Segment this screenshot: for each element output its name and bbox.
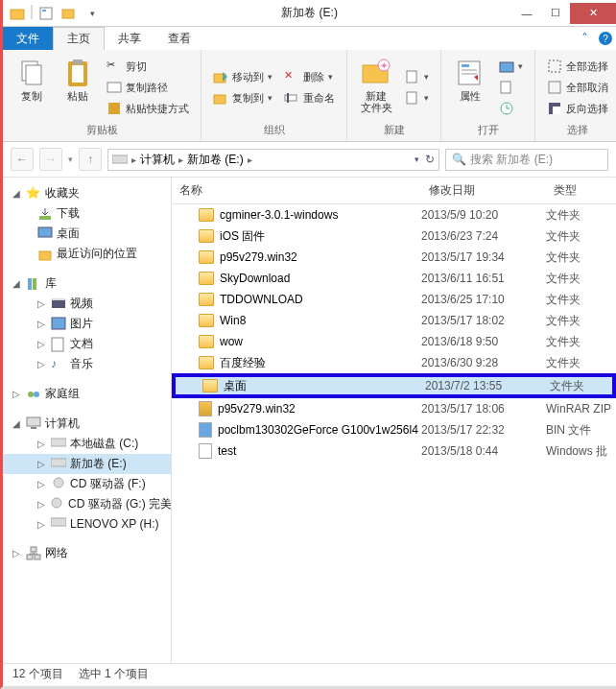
file-row[interactable]: cgminer-3.0.1-windows2013/5/9 10:20文件夹: [172, 204, 616, 226]
chevron-down-icon[interactable]: ◢: [12, 188, 22, 199]
forward-button[interactable]: →: [39, 148, 62, 171]
chevron-right-icon[interactable]: ▷: [37, 359, 47, 369]
status-item-count: 12 个项目: [12, 666, 63, 682]
file-row[interactable]: 桌面2013/7/2 13:55文件夹: [172, 373, 616, 398]
nav-network[interactable]: ▷网络: [3, 543, 171, 563]
nav-item-drive-h[interactable]: ▷LENOVO XP (H:): [3, 514, 171, 534]
delete-button[interactable]: ✕删除 ▾: [280, 67, 339, 86]
file-row[interactable]: wow2013/6/18 9:50文件夹: [172, 331, 616, 352]
breadcrumb-crumb[interactable]: 新加卷 (E:): [187, 152, 244, 168]
tab-view[interactable]: 查看: [154, 27, 204, 50]
nav-item-drive-c[interactable]: ▷本地磁盘 (C:): [3, 434, 171, 454]
qat-newfolder-icon[interactable]: [59, 3, 80, 24]
chevron-right-icon[interactable]: ▷: [37, 499, 45, 510]
copy-to-button[interactable]: 复制到 ▾: [209, 88, 276, 107]
nav-item-videos[interactable]: ▷视频: [3, 294, 171, 314]
chevron-down-icon[interactable]: ◢: [12, 418, 22, 429]
chevron-right-icon[interactable]: ▷: [37, 479, 47, 489]
new-item-button[interactable]: ▾: [401, 67, 433, 86]
column-name[interactable]: 名称: [172, 178, 421, 203]
chevron-right-icon[interactable]: ▷: [37, 519, 47, 530]
nav-item-desktop[interactable]: 桌面: [3, 224, 171, 244]
address-dropdown-icon[interactable]: ▾: [415, 154, 419, 164]
file-row[interactable]: 百度经验2013/6/30 9:28文件夹: [172, 352, 616, 373]
chevron-right-icon[interactable]: ▸: [130, 154, 138, 165]
nav-item-drive-g[interactable]: ▷CD 驱动器 (G:) 完美: [3, 494, 171, 514]
chevron-right-icon[interactable]: ▷: [37, 439, 47, 449]
invert-selection-button[interactable]: 反向选择: [543, 99, 612, 118]
nav-item-pictures[interactable]: ▷图片: [3, 314, 171, 334]
ribbon-collapse-icon[interactable]: ˄: [574, 27, 595, 50]
new-folder-button[interactable]: ✦ 新建 文件夹: [355, 54, 397, 121]
search-input[interactable]: 🔍 搜索 新加卷 (E:): [445, 149, 608, 171]
copy-path-button[interactable]: 复制路径: [103, 78, 193, 97]
file-row[interactable]: test2013/5/18 0:44Windows 批: [172, 440, 616, 462]
chevron-right-icon[interactable]: ▷: [37, 339, 47, 349]
close-button[interactable]: ✕: [570, 3, 616, 24]
qat-dropdown-icon[interactable]: ▾: [82, 3, 103, 24]
window-title: 新加卷 (E:): [107, 5, 512, 21]
history-button[interactable]: [495, 99, 527, 118]
navigation-pane[interactable]: ◢⭐收藏夹 下载 桌面 最近访问的位置 ◢库 ▷视频 ▷图片 ▷文档 ▷♪音乐 …: [3, 178, 172, 663]
copy-button[interactable]: 复制: [11, 54, 53, 121]
paste-button[interactable]: 粘贴: [57, 54, 99, 121]
chevron-down-icon[interactable]: ◢: [12, 278, 22, 289]
file-row[interactable]: SkyDownload2013/6/11 16:51文件夹: [172, 268, 616, 289]
file-row[interactable]: TDDOWNLOAD2013/6/25 17:10文件夹: [172, 289, 616, 310]
column-date[interactable]: 修改日期: [421, 178, 546, 203]
cut-button[interactable]: ✂剪切: [103, 57, 193, 76]
svg-rect-40: [52, 338, 63, 351]
file-row[interactable]: poclbm130302GeForce G100v1w256l42013/5/1…: [172, 419, 616, 440]
new-item-icon: [405, 69, 420, 84]
properties-button[interactable]: 属性: [449, 54, 491, 121]
nav-homegroup[interactable]: ▷家庭组: [3, 384, 171, 404]
file-name: p95v279.win32: [218, 402, 296, 416]
select-none-button[interactable]: 全部取消: [543, 78, 612, 97]
nav-item-drive-e[interactable]: ▷新加卷 (E:): [3, 454, 171, 474]
chevron-right-icon[interactable]: ▷: [12, 548, 22, 558]
tab-share[interactable]: 共享: [105, 27, 154, 50]
refresh-icon[interactable]: ↻: [425, 153, 435, 166]
nav-favorites[interactable]: ◢⭐收藏夹: [3, 183, 171, 203]
chevron-right-icon[interactable]: ▷: [37, 298, 47, 309]
file-list[interactable]: 名称 修改日期 类型 cgminer-3.0.1-windows2013/5/9…: [172, 178, 616, 663]
file-row[interactable]: iOS 固件2013/6/23 7:24文件夹: [172, 226, 616, 247]
easy-access-button[interactable]: ▾: [401, 88, 433, 107]
column-type[interactable]: 类型: [546, 178, 616, 203]
edit-button[interactable]: [495, 78, 527, 97]
chevron-right-icon[interactable]: ▷: [12, 389, 22, 399]
breadcrumb-crumb[interactable]: 计算机: [140, 152, 175, 168]
drive-icon: [51, 457, 66, 472]
tab-home[interactable]: 主页: [53, 27, 105, 50]
nav-libraries[interactable]: ◢库: [3, 273, 171, 294]
file-row[interactable]: p95v279.win322013/5/17 19:34文件夹: [172, 247, 616, 268]
file-row[interactable]: Win82013/5/17 18:02文件夹: [172, 310, 616, 331]
paste-shortcut-button[interactable]: 粘贴快捷方式: [103, 99, 193, 118]
move-to-button[interactable]: 移动到 ▾: [209, 67, 276, 86]
nav-item-drive-f[interactable]: ▷CD 驱动器 (F:): [3, 474, 171, 494]
help-icon[interactable]: ?: [595, 27, 616, 50]
nav-item-recent[interactable]: 最近访问的位置: [3, 244, 171, 264]
nav-item-downloads[interactable]: 下载: [3, 203, 171, 224]
select-all-button[interactable]: 全部选择: [543, 57, 612, 76]
maximize-button[interactable]: ☐: [541, 3, 570, 24]
chevron-right-icon[interactable]: ▸: [246, 154, 254, 165]
file-row[interactable]: p95v279.win322013/5/17 18:06WinRAR ZIP: [172, 398, 616, 419]
chevron-right-icon[interactable]: ▷: [37, 319, 47, 329]
back-button[interactable]: ←: [11, 148, 34, 171]
breadcrumb[interactable]: ▸ 计算机 ▸ 新加卷 (E:) ▸ ▾ ↻: [107, 149, 439, 171]
open-button[interactable]: ▾: [495, 57, 527, 76]
chevron-right-icon[interactable]: ▷: [37, 459, 47, 469]
nav-item-documents[interactable]: ▷文档: [3, 334, 171, 354]
rename-button[interactable]: 重命名: [280, 88, 339, 107]
folder-icon: [199, 272, 214, 285]
nav-item-music[interactable]: ▷♪音乐: [3, 354, 171, 374]
nav-computer[interactable]: ◢计算机: [3, 414, 171, 434]
up-button[interactable]: ↑: [79, 148, 102, 171]
qat-properties-icon[interactable]: [36, 3, 57, 24]
recent-dropdown-icon[interactable]: ▾: [68, 154, 73, 164]
chevron-right-icon[interactable]: ▸: [177, 154, 185, 165]
svg-rect-25: [501, 82, 510, 93]
tab-file[interactable]: 文件: [3, 27, 53, 50]
minimize-button[interactable]: —: [512, 3, 541, 24]
